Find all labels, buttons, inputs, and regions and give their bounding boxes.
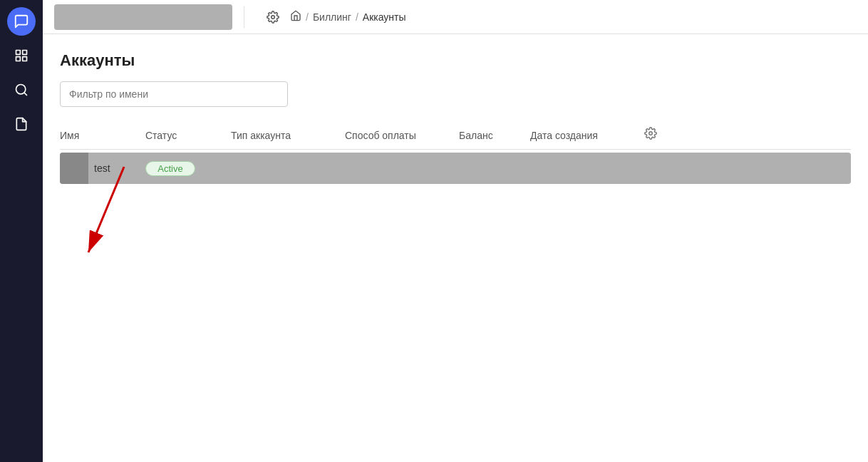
document-icon[interactable] [7, 110, 36, 138]
grid-icon[interactable] [7, 41, 36, 70]
col-header-payment: Способ оплаты [345, 130, 459, 141]
accounts-table: Имя Статус Тип аккаунта Способ оплаты Ба… [60, 121, 851, 184]
svg-line-5 [24, 93, 27, 96]
breadcrumb: / Биллинг / Аккаунты [290, 10, 406, 24]
settings-icon[interactable] [262, 6, 284, 29]
home-icon[interactable] [290, 10, 301, 24]
avatar [60, 153, 88, 184]
breadcrumb-separator-1: / [306, 11, 309, 23]
main-wrapper: / Биллинг / Аккаунты Аккаунты Имя Статус… [43, 0, 868, 462]
sidebar [0, 0, 43, 462]
row-name: test [88, 163, 145, 174]
table-settings-icon[interactable] [644, 128, 657, 143]
search-icon[interactable] [7, 76, 36, 104]
chat-icon[interactable] [7, 7, 36, 36]
svg-rect-2 [23, 57, 27, 61]
table-row[interactable]: test Active [60, 153, 851, 184]
table-header: Имя Статус Тип аккаунта Способ оплаты Ба… [60, 121, 851, 150]
breadcrumb-billing[interactable]: Биллинг [313, 11, 351, 23]
breadcrumb-separator-2: / [356, 11, 358, 23]
col-header-status: Статус [145, 130, 231, 141]
annotation-arrow [81, 160, 195, 288]
topbar-logo-area [54, 4, 232, 30]
svg-rect-3 [16, 57, 21, 61]
content-area: Аккаунты Имя Статус Тип аккаунта Способ … [43, 34, 868, 462]
svg-point-7 [649, 132, 653, 135]
status-badge: Active [145, 161, 195, 176]
col-header-type: Тип аккаунта [231, 130, 345, 141]
col-header-balance: Баланс [459, 130, 530, 141]
svg-rect-0 [16, 51, 21, 55]
topbar: / Биллинг / Аккаунты [43, 0, 868, 34]
svg-line-9 [88, 167, 124, 252]
filter-input[interactable] [60, 81, 288, 107]
topbar-icons [262, 6, 284, 29]
col-header-settings [644, 127, 673, 143]
row-status: Active [145, 161, 231, 176]
svg-rect-1 [23, 51, 27, 55]
page-title: Аккаунты [60, 51, 851, 70]
svg-point-6 [272, 15, 275, 19]
topbar-divider [244, 6, 244, 28]
col-header-name: Имя [60, 130, 145, 141]
col-header-date: Дата создания [530, 130, 644, 141]
breadcrumb-accounts: Аккаунты [363, 11, 406, 23]
